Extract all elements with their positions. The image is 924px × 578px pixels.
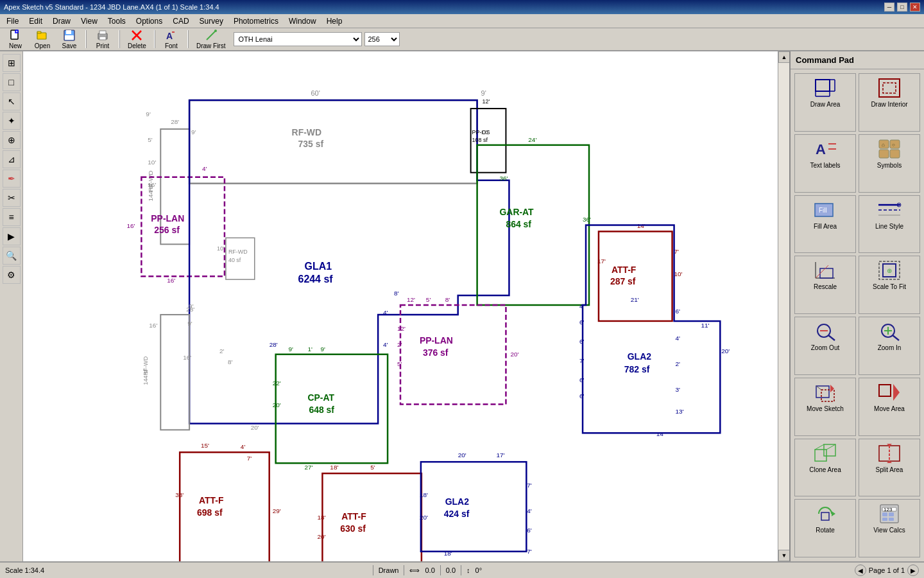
draw-interior-button[interactable]: Draw Interior: [859, 73, 920, 132]
left-tool-scissors[interactable]: ✂: [3, 189, 21, 207]
left-tool-arrow[interactable]: ↖: [3, 92, 21, 110]
svg-text:9': 9': [481, 89, 486, 97]
svg-text:4': 4': [676, 335, 681, 342]
title-text: Apex Sketch v5 Standard - 1234 JBD Lane.…: [4, 3, 219, 11]
scroll-up-button[interactable]: ▲: [778, 51, 790, 63]
svg-text:376 sf: 376 sf: [423, 347, 449, 358]
canvas-area[interactable]: RF-WD 735 sf 60' 9' 9' 10' RF-WD 144 sf …: [23, 51, 778, 561]
statusbar: Scale 1:34.4 Drawn ⟺ 0.0 0.0 ↕ 0° ◀ Page…: [0, 561, 924, 578]
svg-text:5': 5': [397, 360, 402, 367]
svg-text:18': 18': [444, 550, 452, 557]
svg-line-188: [826, 444, 835, 450]
svg-text:18': 18': [330, 464, 338, 471]
save-button[interactable]: Save: [56, 27, 82, 51]
menu-item-file[interactable]: File: [1, 15, 24, 27]
svg-text:9': 9': [289, 346, 294, 353]
svg-text:28': 28': [171, 118, 179, 125]
svg-text:16': 16': [167, 277, 175, 284]
left-tool-pen[interactable]: ✒: [3, 170, 21, 188]
menu-item-survey[interactable]: Survey: [194, 15, 228, 27]
menu-item-cad[interactable]: CAD: [167, 15, 194, 27]
svg-text:ATT-F: ATT-F: [199, 495, 223, 505]
clone-area-label: Clone Area: [809, 466, 841, 473]
svg-text:256 sf: 256 sf: [154, 225, 180, 235]
scroll-down-button[interactable]: ▼: [778, 550, 790, 561]
toolbar-separator-2: [119, 30, 120, 48]
svg-text:2': 2': [219, 347, 225, 355]
clone-area-button[interactable]: Clone Area: [794, 439, 856, 497]
delete-button[interactable]: Delete: [123, 27, 151, 51]
svg-text:8': 8': [394, 290, 399, 297]
menu-item-edit[interactable]: Edit: [24, 15, 47, 27]
svg-text:28': 28': [186, 306, 194, 313]
move-area-button[interactable]: Move Area: [859, 378, 920, 436]
zoom-out-button[interactable]: Zoom Out: [794, 317, 856, 375]
page-next-button[interactable]: ▶: [907, 565, 919, 576]
svg-text:3': 3': [676, 386, 681, 393]
font-button[interactable]: A Font: [158, 27, 184, 51]
left-tool-cross[interactable]: ⊕: [3, 131, 21, 149]
svg-text:6': 6': [579, 376, 585, 383]
move-area-icon: [877, 381, 902, 404]
svg-text:CP-AT: CP-AT: [307, 392, 334, 403]
zoom-in-button[interactable]: Zoom In: [859, 317, 920, 375]
symbols-button[interactable]: ⌂ ○ Symbols: [859, 134, 920, 193]
page-prev-button[interactable]: ◀: [855, 565, 866, 576]
line-style-button[interactable]: i Line Style: [859, 195, 920, 254]
draw-area-button[interactable]: Draw Area: [794, 73, 856, 132]
vertical-scrollbar[interactable]: ▲ ▼: [778, 51, 789, 561]
new-button[interactable]: New: [3, 27, 28, 51]
rotate-button[interactable]: Rotate: [794, 499, 856, 557]
svg-text:9': 9': [187, 320, 193, 327]
draw-first-button[interactable]: Draw First: [192, 27, 230, 51]
menu-item-options[interactable]: Options: [131, 15, 167, 27]
fill-area-button[interactable]: Fill Fill Area: [794, 195, 856, 254]
menu-item-view[interactable]: View: [76, 15, 103, 27]
left-tool-triangle[interactable]: ⊿: [3, 150, 21, 168]
svg-rect-186: [824, 444, 835, 456]
left-tool-select[interactable]: ⊞: [3, 54, 21, 72]
minimize-button[interactable]: ─: [884, 3, 894, 12]
svg-text:36': 36': [583, 216, 591, 223]
rescale-button[interactable]: Rescale: [794, 256, 856, 314]
scale-to-fit-button[interactable]: ⊕ Scale To Fit: [859, 256, 920, 314]
draw-interior-label: Draw Interior: [871, 101, 907, 108]
left-tool-gear[interactable]: ⚙: [3, 266, 21, 284]
status-sep-2: [404, 565, 404, 575]
titlebar: Apex Sketch v5 Standard - 1234 JBD Lane.…: [0, 0, 924, 14]
left-tool-play[interactable]: ▶: [3, 227, 21, 245]
menu-item-photometrics[interactable]: Photometrics: [228, 15, 284, 27]
svg-rect-7: [99, 31, 106, 34]
left-tool-lines[interactable]: ≡: [3, 208, 21, 226]
open-button[interactable]: Open: [30, 27, 55, 51]
menu-item-help[interactable]: Help: [321, 15, 348, 27]
main-content: ⊞ □ ↖ ✦ ⊕ ⊿ ✒ ✂ ≡ ▶ 🔍 ⚙ RF-WD 735 sf 60'…: [0, 51, 924, 561]
font-select[interactable]: OTH Lenai: [234, 32, 362, 46]
text-labels-button[interactable]: A Text labels: [794, 134, 856, 193]
svg-rect-110: [180, 452, 270, 561]
scroll-track[interactable]: [778, 63, 789, 550]
move-sketch-icon: [812, 381, 838, 404]
command-pad-title: Command Pad: [791, 51, 924, 69]
menu-item-draw[interactable]: Draw: [47, 15, 76, 27]
fill-area-label: Fill Area: [814, 223, 837, 230]
menu-item-tools[interactable]: Tools: [103, 15, 131, 27]
svg-text:12': 12': [397, 325, 406, 332]
svg-text:18': 18': [420, 491, 428, 498]
menu-item-window[interactable]: Window: [284, 15, 321, 27]
print-button[interactable]: Print: [90, 27, 116, 51]
svg-text:630 sf: 630 sf: [340, 523, 366, 534]
maximize-button[interactable]: □: [897, 3, 907, 12]
left-tool-rect[interactable]: □: [3, 73, 21, 91]
status-sep-3: [440, 565, 441, 575]
move-sketch-button[interactable]: Move Sketch: [794, 378, 856, 436]
svg-text:287 sf: 287 sf: [610, 276, 636, 286]
view-calcs-button[interactable]: 123 View Calcs: [859, 499, 920, 557]
svg-text:648 sf: 648 sf: [309, 405, 334, 415]
close-button[interactable]: ✕: [910, 3, 920, 12]
left-tool-star[interactable]: ✦: [3, 112, 21, 130]
left-tool-zoom[interactable]: 🔍: [3, 247, 21, 265]
size-select[interactable]: 256: [364, 32, 400, 46]
svg-text:7': 7': [579, 357, 585, 364]
split-area-button[interactable]: Split Area: [859, 439, 920, 497]
